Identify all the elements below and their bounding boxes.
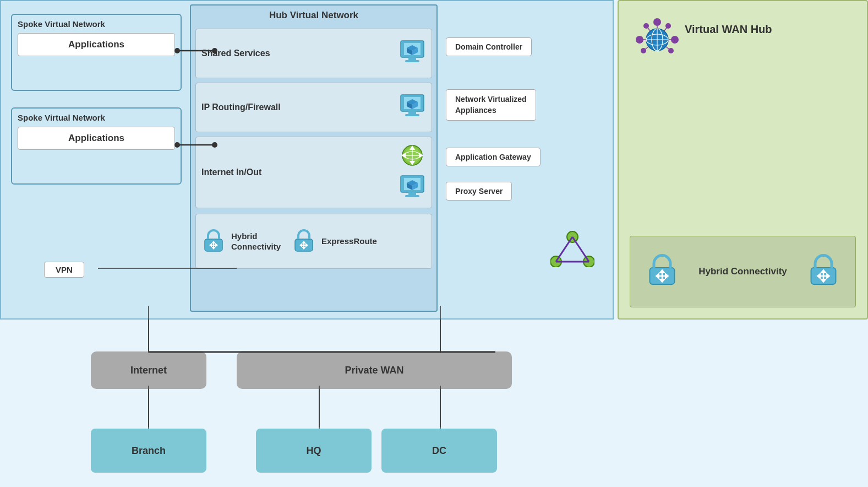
ip-routing-row: IP Routing/Firewall [195,83,432,132]
internet-inout-row: Internet In/Out [195,137,432,208]
svg-rect-39 [408,192,416,195]
shared-services-row: Shared Services [195,29,432,78]
internet-icons [398,143,426,202]
spoke-vnet-2-app: Applications [18,127,175,150]
spoke-vnet-1-title: Spoke Virtual Network [12,15,181,31]
svg-rect-17 [405,60,419,62]
wan-hub-lock-right-icon [807,254,840,289]
expressroute-label: ExpressRoute [321,236,377,247]
nva-box: Network VirtualizedAppliances [446,89,536,121]
shared-services-label: Shared Services [196,48,398,58]
proxy-icon [398,175,426,202]
internet-box: Internet [91,351,206,389]
expressroute-triangle-icon [550,229,594,269]
hub-vnet: Hub Virtual Network Shared Services IP R… [190,4,438,312]
hybrid-connectivity-label: HybridConnectivity [231,231,281,252]
svg-line-61 [556,237,572,262]
svg-rect-23 [408,111,416,114]
wan-hub-title: Virtual WAN Hub [685,23,772,36]
ip-routing-label: IP Routing/Firewall [196,102,398,112]
private-wan-box: Private WAN [237,351,512,389]
spoke-vnet-1-app: Applications [18,33,175,56]
app-gateway-icon [398,143,426,170]
hybrid-connectivity-row: HybridConnectivity ExpressRoute [195,214,432,269]
domain-controller-box: Domain Controller [446,37,532,56]
proxy-server-box: Proxy Server [446,182,512,201]
spoke-vnet-1: Spoke Virtual Network Applications [11,14,182,91]
svg-rect-16 [408,57,416,60]
spoke-vnet-2: Spoke Virtual Network Applications [11,107,182,185]
wan-hybrid-label: Hybrid Connectivity [698,265,787,278]
expressroute-lock-icon [291,227,317,256]
wan-hub-globe-icon [635,18,679,64]
app-gateway-box: Application Gateway [446,148,541,166]
wan-hub-lock-left-icon [646,254,679,289]
vpn-lock-icon [200,227,227,256]
hub-vnet-title: Hub Virtual Network [191,6,436,23]
hq-box: HQ [256,429,372,473]
internet-inout-label: Internet In/Out [196,167,398,177]
svg-line-62 [572,237,589,262]
branch-box: Branch [91,429,206,473]
wan-hub: Virtual WAN Hub Hybrid Connectivity [618,0,868,320]
svg-rect-40 [405,195,419,197]
vpn-label: VPN [44,262,84,278]
ip-routing-icon [398,94,426,121]
spoke-vnet-2-title: Spoke Virtual Network [12,109,181,125]
wan-hub-hybrid-box: Hybrid Connectivity [630,236,856,307]
svg-rect-24 [405,114,419,116]
shared-services-icon [398,40,426,67]
dc-box: DC [381,429,497,473]
